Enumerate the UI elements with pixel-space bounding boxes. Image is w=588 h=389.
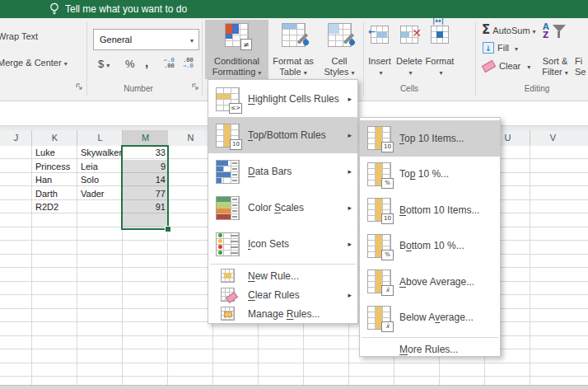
number-format-select[interactable]: General [93,29,199,50]
increase-decimal-button[interactable] [164,58,175,69]
merge-center-button[interactable]: Merge & Center [0,58,68,68]
wrap-text-button[interactable]: Wrap Text [0,31,38,41]
menu-item-highlight-cells-rules[interactable]: ≤> Highlight Cells Rules ▸ [208,81,357,117]
cell-k6[interactable]: R2D2 [33,200,79,214]
column-header-k[interactable]: K [32,130,77,146]
comma-format-button[interactable]: , [145,55,148,69]
bottom-10-percent-icon: % [367,234,391,258]
currency-format-button[interactable]: $ [98,58,110,70]
cell-l5[interactable]: Vader [78,187,124,201]
submenu-arrow-icon: ▸ [348,204,352,212]
submenu-item-more-rules[interactable]: More Rules... [360,340,500,359]
submenu-item-bottom-10-items[interactable]: 10 Bottom 10 Items... [360,192,500,228]
dropdown-caret [512,43,518,53]
column-header-n[interactable]: N [168,130,213,146]
lightbulb-icon [49,2,59,16]
submenu-arrow-icon: ▸ [348,240,352,248]
fill-button[interactable]: Fill [483,42,518,54]
group-separator [475,21,476,96]
format-icon [431,26,449,44]
submenu-item-label: More Rules... [399,344,496,355]
autosum-button[interactable]: AutoSum [482,24,536,36]
selection-fill-handle[interactable] [165,226,171,232]
menu-separator [210,264,356,265]
cell-l4[interactable]: Solo [78,173,124,187]
number-dialog-launcher[interactable] [192,83,200,91]
top-bottom-rules-submenu: 10 Top 10 Items... % Top 10 %... 10 Bott… [359,117,501,357]
cell-styles-button[interactable]: Cell Styles [318,20,361,79]
column-header-j[interactable]: J [0,130,32,146]
top-10-percent-icon: % [367,162,391,186]
menu-item-data-bars[interactable]: Data Bars ▸ [208,153,357,190]
dropdown-caret [348,67,354,77]
menu-item-label: Clear Rules [248,289,348,301]
menu-item-label: Color Scales [248,202,348,213]
submenu-item-below-average[interactable]: x̄ Below Average... [360,300,500,336]
column-header-m-selected[interactable]: M [123,130,168,146]
menu-item-clear-rules[interactable]: Clear Rules ▸ [208,285,357,304]
submenu-item-bottom-10-percent[interactable]: % Bottom 10 %... [360,228,500,265]
highlight-cells-rules-icon: ≤> [216,87,240,111]
format-cells-button[interactable]: Format [423,20,456,79]
bottom-10-items-icon: 10 [367,198,391,222]
submenu-item-top-10-percent[interactable]: % Top 10 %... [360,157,500,193]
menu-item-manage-rules[interactable]: Manage Rules... [208,304,357,323]
submenu-item-label: Bottom 10 Items... [399,204,496,216]
dropdown-caret [376,67,382,77]
column-header-w[interactable]: W [576,130,588,146]
format-as-table-button[interactable]: Format as Table [268,20,318,79]
delete-cells-button[interactable]: Delete [394,20,424,79]
submenu-arrow-icon: ▸ [348,291,352,299]
column-header-v[interactable]: V [530,130,576,146]
dropdown-caret [62,58,68,68]
cells-group-label: Cells [385,84,434,93]
submenu-item-label: Top 10 %... [399,168,496,180]
dropdown-caret [530,26,536,35]
menu-item-icon-sets[interactable]: Icon Sets ▸ [208,226,357,262]
group-separator [363,21,364,96]
submenu-item-label: Above Average... [399,276,496,288]
menu-item-label: Top/Bottom Rules [248,129,348,141]
menu-item-color-scales[interactable]: Color Scales ▸ [208,190,357,226]
cell-l2[interactable]: Skywalker [78,146,124,160]
conditional-formatting-button[interactable]: Conditional Formatting [205,20,268,79]
insert-icon [371,26,389,44]
submenu-arrow-icon: ▸ [348,131,352,139]
insert-cells-button[interactable]: Insert [366,20,394,79]
decrease-decimal-button[interactable] [183,58,194,69]
cell-l3[interactable]: Leia [78,160,124,174]
percent-format-button[interactable]: % [125,58,135,70]
submenu-item-above-average[interactable]: x̄ Above Average... [360,264,500,300]
icon-sets-icon [216,232,240,256]
submenu-arrow-icon: ▸ [348,167,352,176]
menu-item-label: New Rule... [248,270,353,282]
cell-k5[interactable]: Darth [33,187,79,201]
dropdown-caret [525,61,530,71]
sort-filter-icon: AZ [543,23,567,46]
submenu-item-label: Below Average... [399,312,496,323]
clear-button[interactable]: Clear [483,61,530,71]
sort-filter-button[interactable]: AZ Sort & Filter [537,20,573,79]
fill-icon [483,42,494,54]
cell-k4[interactable]: Han [33,173,79,187]
alignment-dialog-launcher[interactable] [76,83,84,91]
menu-item-top-bottom-rules[interactable]: 10 Top/Bottom Rules ▸ [208,117,357,153]
cell-k3[interactable]: Princess [33,160,79,174]
tell-me-bar[interactable]: Tell me what you want to do [0,0,588,18]
conditional-formatting-menu: ≤> Highlight Cells Rules ▸ 10 Top/Bottom… [208,79,358,324]
group-separator [202,21,203,96]
tell-me-text: Tell me what you want to do [65,3,187,15]
delete-icon [400,26,418,44]
find-select-button[interactable]: Fi Se [575,20,588,79]
conditional-formatting-icon [225,23,249,47]
cell-k2[interactable]: Luke [33,146,79,160]
submenu-arrow-icon: ▸ [348,95,352,103]
menu-item-label: Data Bars [248,166,348,177]
manage-rules-icon [221,307,235,321]
top-10-items-icon: 10 [367,126,391,150]
column-header-l[interactable]: L [77,130,123,146]
menu-item-new-rule[interactable]: New Rule... [208,266,357,285]
menu-item-label: Manage Rules... [248,308,353,320]
cell-styles-icon [328,23,352,47]
submenu-item-top-10-items[interactable]: 10 Top 10 Items... [360,120,500,157]
